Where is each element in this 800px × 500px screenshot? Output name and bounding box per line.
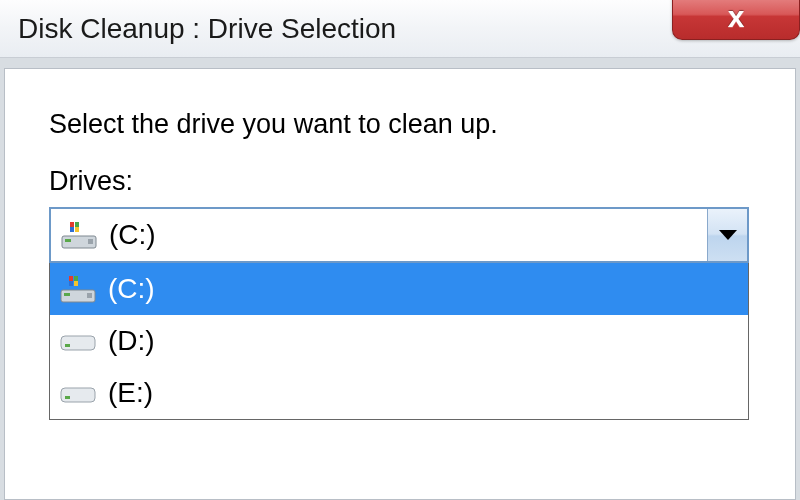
dialog-content: Select the drive you want to clean up. D…: [4, 68, 796, 500]
drive-combobox[interactable]: (C:) (C:): [49, 207, 749, 420]
window-title: Disk Cleanup : Drive Selection: [18, 13, 396, 45]
title-bar: Disk Cleanup : Drive Selection x: [0, 0, 800, 58]
chevron-down-icon: [719, 230, 737, 240]
drive-system-icon: [58, 273, 98, 305]
combobox-option-e[interactable]: (E:): [50, 367, 748, 419]
drive-system-icon: [59, 219, 99, 251]
svg-rect-17: [65, 396, 70, 399]
close-icon: x: [728, 0, 745, 34]
combobox-option-label: (C:): [108, 273, 155, 305]
combobox-selected[interactable]: (C:): [49, 207, 749, 263]
close-button[interactable]: x: [672, 0, 800, 40]
svg-rect-9: [87, 293, 92, 298]
svg-rect-13: [74, 281, 78, 286]
svg-rect-6: [75, 227, 79, 232]
svg-rect-16: [61, 388, 95, 402]
combobox-list: (C:) (D:) (E:): [49, 263, 749, 420]
combobox-option-d[interactable]: (D:): [50, 315, 748, 367]
combobox-option-c[interactable]: (C:): [50, 263, 748, 315]
combobox-option-label: (E:): [108, 377, 153, 409]
instruction-text: Select the drive you want to clean up.: [49, 109, 751, 140]
svg-rect-5: [70, 227, 74, 232]
svg-rect-8: [64, 293, 70, 296]
svg-rect-15: [65, 344, 70, 347]
drive-icon: [58, 325, 98, 357]
combobox-option-label: (D:): [108, 325, 155, 357]
combobox-selected-label: (C:): [109, 219, 156, 251]
svg-rect-14: [61, 336, 95, 350]
drives-label: Drives:: [49, 166, 751, 197]
svg-rect-12: [69, 281, 73, 286]
combobox-dropdown-button[interactable]: [707, 209, 747, 261]
svg-rect-2: [88, 239, 93, 244]
svg-rect-1: [65, 239, 71, 242]
drive-icon: [58, 377, 98, 409]
